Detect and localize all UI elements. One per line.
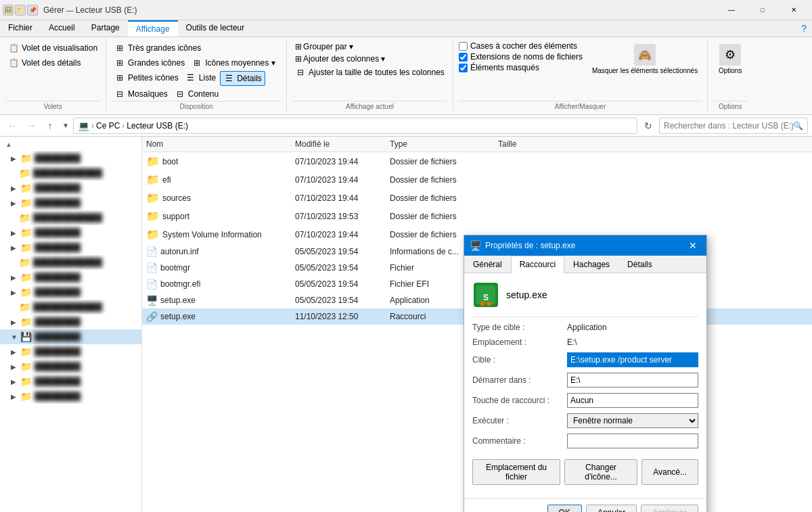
dialog-input-demarrer[interactable] xyxy=(567,373,698,388)
dialog-tab-details[interactable]: Détails xyxy=(618,256,661,273)
btn-appliquer[interactable]: Appliquer xyxy=(641,505,698,512)
dialog-close-button[interactable]: ✕ xyxy=(685,237,701,254)
dialog-title: Propriétés de : setup.exe xyxy=(485,241,685,250)
dialog-label-type: Type de cible : xyxy=(472,323,567,332)
btn-ok[interactable]: OK xyxy=(547,505,582,512)
dialog-label-cible: Cible : xyxy=(472,355,567,365)
dialog-field-commentaire: Commentaire : xyxy=(472,434,698,448)
dialog-field-executer: Exécuter : Fenêtre normale xyxy=(472,413,698,428)
dialog-input-cible[interactable] xyxy=(567,352,698,367)
dialog-icon-row: S setup.exe xyxy=(472,281,698,308)
dialog-app-icon: 🖥️ xyxy=(470,240,481,251)
dialog-field-touche: Touche de raccourci : xyxy=(472,393,698,408)
svg-rect-4 xyxy=(487,302,491,306)
dialog-tabs: Général Raccourci Hachages Détails xyxy=(464,256,706,273)
dialog-label-demarrer: Démarrer dans : xyxy=(472,375,567,385)
dialog-tab-raccourci[interactable]: Raccourci xyxy=(511,256,564,273)
dialog-action-buttons: Emplacement du fichier Changer d'icône..… xyxy=(472,459,698,485)
dialog-input-touche[interactable] xyxy=(567,393,698,408)
dialog-actions: OK Annuler Appliquer xyxy=(464,498,706,512)
dialog-divider-1 xyxy=(472,317,698,317)
dialog-titlebar: 🖥️ Propriétés de : setup.exe ✕ xyxy=(464,235,706,256)
dialog-tab-general[interactable]: Général xyxy=(464,256,511,273)
dialog-value-emplacement: E:\ xyxy=(567,338,577,347)
btn-avance[interactable]: Avancé... xyxy=(641,459,698,485)
dialog-file-icon: S xyxy=(472,281,499,308)
dialog-overlay: 🖥️ Propriétés de : setup.exe ✕ Général R… xyxy=(0,0,812,512)
dialog-label-touche: Touche de raccourci : xyxy=(472,396,567,405)
dialog-field-type: Type de cible : Application xyxy=(472,323,698,332)
properties-dialog: 🖥️ Propriétés de : setup.exe ✕ Général R… xyxy=(464,235,707,512)
dialog-label-commentaire: Commentaire : xyxy=(472,436,567,446)
dialog-field-emplacement: Emplacement : E:\ xyxy=(472,338,698,347)
dialog-select-executer[interactable]: Fenêtre normale xyxy=(567,413,698,428)
dialog-input-commentaire[interactable] xyxy=(567,434,698,448)
btn-icone[interactable]: Changer d'icône... xyxy=(564,459,637,485)
dialog-value-type: Application xyxy=(567,323,607,332)
dialog-body: S setup.exe Type de cible : Application … xyxy=(464,273,706,498)
dialog-btn-group: Emplacement du fichier Changer d'icône..… xyxy=(472,459,698,485)
dialog-tab-hachages[interactable]: Hachages xyxy=(564,256,618,273)
svg-rect-3 xyxy=(480,302,484,306)
btn-emplacement[interactable]: Emplacement du fichier xyxy=(472,459,560,485)
dialog-label-emplacement: Emplacement : xyxy=(472,338,567,347)
svg-text:S: S xyxy=(483,293,489,302)
dialog-filename: setup.exe xyxy=(506,289,547,300)
dialog-field-cible: Cible : xyxy=(472,352,698,367)
dialog-field-demarrer: Démarrer dans : xyxy=(472,373,698,388)
btn-annuler[interactable]: Annuler xyxy=(586,505,637,512)
dialog-label-executer: Exécuter : xyxy=(472,416,567,425)
